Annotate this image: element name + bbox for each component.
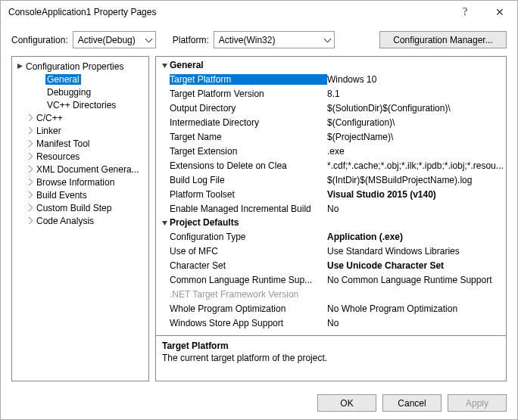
property-value: Use Standard Windows Libraries: [327, 246, 506, 257]
property-row[interactable]: Build Log File$(IntDir)$(MSBuildProjectN…: [156, 173, 506, 187]
property-value: Windows 10: [327, 74, 506, 85]
property-name: Enable Managed Incremental Build: [170, 204, 327, 214]
cancel-button[interactable]: Cancel: [382, 394, 442, 412]
configuration-label: Configuration:: [11, 35, 68, 45]
tree-item[interactable]: Resources: [12, 150, 149, 163]
property-row[interactable]: Target PlatformWindows 10: [156, 72, 506, 86]
tree-root-label: Configuration Properties: [24, 61, 125, 72]
property-value: *.cdf;*.cache;*.obj;*.ilk;*.ipdb;*.iobj;…: [327, 160, 506, 171]
property-row[interactable]: Target Name$(ProjectName)\: [156, 129, 506, 144]
expander-icon: [26, 204, 35, 211]
close-icon: ✕: [495, 6, 504, 18]
property-value: No Whole Program Optimization: [327, 303, 506, 314]
property-row[interactable]: Output Directory$(SolutionDir)$(Configur…: [156, 101, 506, 115]
property-name: Extensions to Delete on Clea: [170, 160, 327, 171]
expander-icon: [26, 127, 35, 134]
property-group-header[interactable]: General: [156, 58, 506, 72]
tree-item-label: Manifest Tool: [35, 138, 91, 149]
titlebar: ConsoleApplication1 Property Pages ? ✕: [1, 1, 517, 23]
tree-item-label: Resources: [35, 151, 81, 162]
tree-item[interactable]: VC++ Directories: [12, 98, 149, 111]
property-name: Target Platform Version: [170, 89, 327, 99]
property-row[interactable]: Use of MFCUse Standard Windows Libraries: [156, 244, 506, 258]
tree-item[interactable]: Linker: [12, 124, 149, 137]
expander-icon: [26, 166, 35, 173]
property-name: Build Log File: [170, 175, 327, 185]
tree-item[interactable]: Browse Information: [12, 176, 149, 188]
property-grid[interactable]: GeneralTarget PlatformWindows 10Target P…: [155, 56, 507, 336]
group-name: General: [170, 60, 204, 70]
platform-combo[interactable]: Active(Win32): [214, 31, 335, 48]
property-value: $(Configuration)\: [327, 117, 506, 128]
property-row[interactable]: Target Platform Version8.1: [156, 86, 506, 101]
tree-item[interactable]: Code Analysis: [12, 214, 149, 227]
nav-tree[interactable]: Configuration PropertiesGeneralDebugging…: [11, 56, 149, 381]
tree-item[interactable]: General: [12, 73, 149, 86]
tree-item-label: Debugging: [45, 87, 92, 98]
property-row[interactable]: Whole Program OptimizationNo Whole Progr…: [156, 301, 506, 316]
property-row[interactable]: Enable Managed Incremental BuildNo: [156, 201, 506, 216]
property-value: Use Unicode Character Set: [327, 260, 506, 271]
close-button[interactable]: ✕: [482, 1, 517, 23]
property-name: Configuration Type: [170, 232, 327, 242]
help-button[interactable]: ?: [448, 1, 482, 23]
tree-item[interactable]: XML Document Genera...: [12, 163, 149, 176]
tree-root[interactable]: Configuration Properties: [12, 60, 149, 73]
config-toolbar: Configuration: Active(Debug) Platform: A…: [1, 23, 517, 56]
property-name: .NET Target Framework Version: [170, 289, 327, 300]
property-name: Target Name: [170, 132, 327, 142]
property-group-header[interactable]: Project Defaults: [156, 216, 506, 229]
ok-label: OK: [340, 398, 353, 409]
property-value: No: [327, 204, 506, 214]
help-icon: ?: [463, 6, 467, 18]
property-row[interactable]: Common Language Runtime Sup...No Common …: [156, 272, 506, 287]
expander-icon: [26, 191, 35, 198]
configuration-value: Active(Debug): [78, 35, 136, 45]
property-row[interactable]: .NET Target Framework Version: [156, 287, 506, 301]
group-name: Project Defaults: [170, 217, 239, 228]
dialog-footer: OK Cancel Apply: [317, 394, 507, 412]
tree-item[interactable]: Debugging: [12, 86, 149, 98]
property-value: 8.1: [327, 89, 506, 99]
platform-value: Active(Win32): [219, 35, 276, 45]
expander-icon: [26, 140, 35, 147]
property-name: Intermediate Directory: [170, 117, 327, 128]
expander-icon: [26, 153, 35, 160]
configuration-manager-button[interactable]: Configuration Manager...: [379, 31, 507, 48]
property-row[interactable]: Windows Store App SupportNo: [156, 316, 506, 330]
property-row[interactable]: Intermediate Directory$(Configuration)\: [156, 115, 506, 129]
property-row[interactable]: Target Extension.exe: [156, 144, 506, 158]
property-row[interactable]: Platform ToolsetVisual Studio 2015 (v140…: [156, 187, 506, 201]
tree-item-label: Custom Build Step: [35, 203, 113, 213]
property-row[interactable]: Configuration TypeApplication (.exe): [156, 229, 506, 244]
tree-item[interactable]: Build Events: [12, 188, 149, 201]
property-name: Whole Program Optimization: [170, 303, 327, 314]
group-expander-icon: [159, 219, 170, 226]
property-value: Application (.exe): [327, 232, 506, 242]
property-name: Target Extension: [170, 146, 327, 157]
property-name: Character Set: [170, 260, 327, 271]
expander-icon: [26, 217, 35, 224]
property-row[interactable]: Extensions to Delete on Clea*.cdf;*.cach…: [156, 158, 506, 173]
property-value: $(IntDir)$(MSBuildProjectName).log: [327, 175, 506, 185]
configuration-combo[interactable]: Active(Debug): [73, 31, 156, 48]
tree-item-label: Code Analysis: [35, 216, 95, 226]
ok-button[interactable]: OK: [317, 394, 376, 412]
tree-item[interactable]: Manifest Tool: [12, 137, 149, 150]
property-name: Windows Store App Support: [170, 318, 327, 328]
property-row[interactable]: Character SetUse Unicode Character Set: [156, 258, 506, 272]
tree-item[interactable]: Custom Build Step: [12, 201, 149, 214]
property-value: $(SolutionDir)$(Configuration)\: [327, 103, 506, 114]
cancel-label: Cancel: [398, 398, 426, 409]
tree-item[interactable]: C/C++: [12, 111, 149, 124]
description-pane: Target Platform The current target platf…: [155, 336, 507, 381]
description-title: Target Platform: [162, 341, 500, 351]
property-name: Common Language Runtime Sup...: [170, 275, 327, 285]
platform-label: Platform:: [173, 35, 209, 45]
property-value: .exe: [327, 146, 506, 157]
apply-button[interactable]: Apply: [448, 394, 507, 412]
description-text: The current target platform of the proje…: [162, 353, 500, 363]
tree-item-label: Linker: [35, 126, 63, 136]
configuration-manager-label: Configuration Manager...: [393, 35, 492, 45]
property-name: Platform Toolset: [170, 189, 327, 200]
